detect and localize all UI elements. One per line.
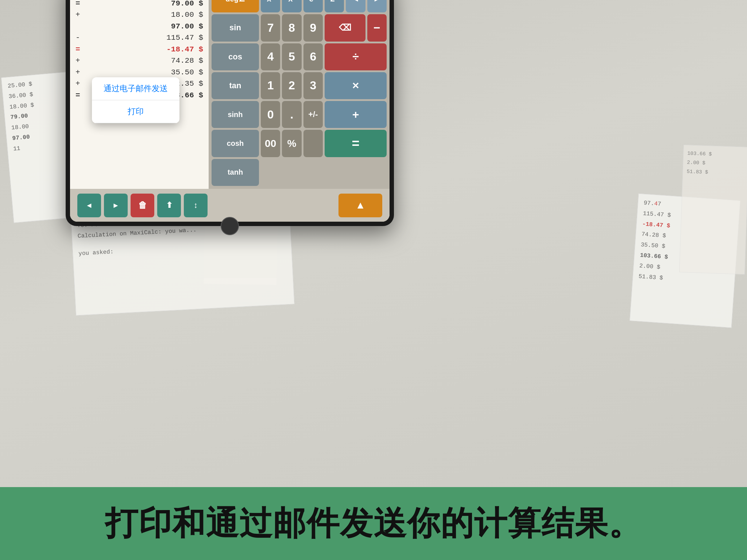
tan-btn[interactable]: tan — [212, 72, 259, 99]
scroll-right-btn[interactable]: ► — [367, 0, 387, 12]
sign-btn[interactable]: +/- — [303, 101, 323, 128]
plus-btn[interactable]: + — [325, 101, 387, 128]
4-btn[interactable]: 4 — [261, 43, 280, 70]
ipad-home-button[interactable] — [221, 217, 239, 235]
3-btn[interactable]: 3 — [303, 72, 323, 99]
tape-row-negative: =-18.47 $ — [76, 44, 203, 55]
tape-row: +74.28 $ — [76, 55, 203, 67]
print-item[interactable]: 打印 — [92, 100, 179, 123]
2x-btn[interactable]: 2ˣ — [325, 0, 344, 12]
scroll-left-btn[interactable]: ◄ — [346, 0, 365, 12]
ipad-device: 18.00 $ =79.00 $ +18.00 $ 97.00 $ -115.4… — [66, 0, 394, 226]
sinh-btn[interactable]: sinh — [212, 101, 259, 128]
div-btn[interactable]: ÷ — [325, 43, 387, 70]
7-btn[interactable]: 7 — [261, 14, 280, 41]
xy-btn[interactable]: xʸ — [261, 0, 280, 12]
email-share-item[interactable]: 通过电子邮件发送 — [92, 77, 179, 100]
0-btn[interactable]: 0 — [261, 101, 280, 128]
ex-btn[interactable]: eˣ — [303, 0, 323, 12]
bottom-banner: 打印和通过邮件发送你的计算结果。 — [0, 487, 747, 560]
8-btn[interactable]: 8 — [282, 14, 301, 41]
share-btn[interactable]: ⬆ — [157, 194, 181, 217]
share-popup[interactable]: 通过电子邮件发送 打印 — [92, 77, 179, 123]
tape-row: +18.00 $ — [76, 9, 203, 21]
mul-btn[interactable]: × — [325, 72, 387, 99]
sci-calc-panel: deg∠ xʸ x² eˣ 2ˣ ◄ ► sin 7 8 9 ⌫ − cos 4… — [209, 0, 390, 189]
backspace-btn[interactable]: ⌫ — [325, 14, 365, 41]
prev-tape-btn[interactable]: ◄ — [77, 194, 101, 217]
bottom-banner-text: 打印和通过邮件发送你的计算结果。 — [105, 501, 642, 546]
percent-btn[interactable]: % — [282, 130, 301, 157]
9-btn[interactable]: 9 — [303, 14, 323, 41]
decimal-btn[interactable]: . — [282, 101, 301, 128]
sin-btn[interactable]: sin — [212, 14, 259, 41]
tape-row: 97.00 $ — [76, 21, 203, 32]
deg-btn[interactable]: deg∠ — [212, 0, 259, 12]
next-tape-btn[interactable]: ► — [104, 194, 128, 217]
x2-btn[interactable]: x² — [282, 0, 301, 12]
equals-btn[interactable]: = — [325, 130, 387, 157]
cos-btn[interactable]: cos — [212, 43, 259, 70]
scroll-up-btn[interactable]: ▲ — [338, 194, 382, 217]
1-btn[interactable]: 1 — [261, 72, 280, 99]
tape-row: +35.50 $ — [76, 67, 203, 78]
5-btn[interactable]: 5 — [282, 43, 301, 70]
spacer — [261, 159, 387, 186]
2-btn[interactable]: 2 — [282, 72, 301, 99]
minus-sign-btn[interactable]: − — [367, 14, 387, 41]
delete-tape-btn[interactable]: 🗑 — [131, 194, 154, 217]
cosh-btn[interactable]: cosh — [212, 130, 259, 157]
receipt-far-right: 103.66 $ 2.00 $ 51.83 $ — [679, 145, 747, 275]
tanh-btn[interactable]: tanh — [212, 159, 259, 186]
tape-row: =79.00 $ — [76, 0, 203, 9]
placeholder1 — [303, 130, 323, 157]
6-btn[interactable]: 6 — [303, 43, 323, 70]
tape-row: -115.47 $ — [76, 32, 203, 44]
tape-area: 18.00 $ =79.00 $ +18.00 $ 97.00 $ -115.4… — [70, 0, 209, 189]
00-btn[interactable]: 00 — [261, 130, 280, 157]
ipad-screen: 18.00 $ =79.00 $ +18.00 $ 97.00 $ -115.4… — [70, 0, 390, 222]
adjust-btn[interactable]: ↕ — [184, 194, 208, 217]
